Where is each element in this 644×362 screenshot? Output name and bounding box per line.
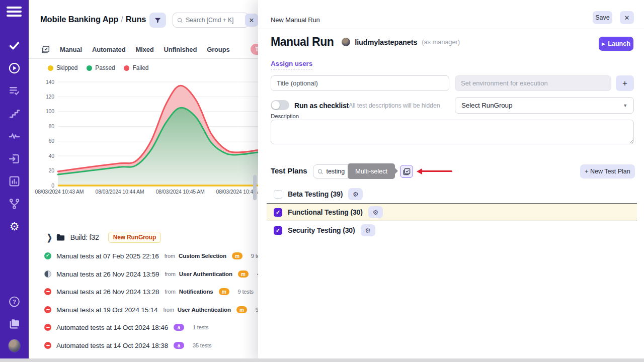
tab-automated[interactable]: Automated [92,46,126,53]
sidebar-play-circle-icon[interactable] [8,62,21,74]
sidebar-help-icon[interactable]: ? [8,295,21,308]
legend-dot [48,65,53,71]
description-textarea[interactable] [271,120,634,144]
run-source: User Authentication [179,271,232,277]
new-test-plan-button[interactable]: + New Test Plan [580,164,635,178]
chart-legend: SkippedPassedFailed [48,64,148,71]
plan-checkbox[interactable] [274,208,282,217]
plan-checkbox[interactable] [274,190,282,199]
sidebar-check-icon[interactable] [8,39,21,52]
add-environment-button[interactable]: + [616,75,634,91]
test-plan-row[interactable]: Security Testing (30)⚙ [258,221,644,239]
run-type-badge: m [219,288,229,295]
search-input[interactable] [186,17,244,24]
run-type-badge: a [174,342,184,349]
chevron-right-icon[interactable]: ❯ [47,232,52,242]
svg-text:20: 20 [49,167,55,173]
run-title-input[interactable] [271,75,449,91]
sidebar-activity-icon[interactable] [8,130,21,142]
breadcrumb-project[interactable]: Mobile Banking App [40,15,118,24]
legend-skipped[interactable]: Skipped [48,64,77,71]
run-title[interactable]: Manual tests at 19 Oct 2024 15:14 [56,306,157,314]
rungroup-select-value: Select RunGroup [461,102,512,109]
status-partial-icon [44,270,51,278]
test-plan-row[interactable]: Functional Testing (30)⚙ [267,203,637,221]
run-title[interactable]: Manual tests at 26 Nov 2024 13:59 [56,270,159,278]
rungroup-label[interactable]: Build: f32 [70,233,99,241]
horizontal-scrollbar[interactable] [0,358,644,362]
tab-unfinished[interactable]: Unfinished [164,46,197,53]
svg-text:08/03/2024 10:46 AM: 08/03/2024 10:46 AM [216,189,258,195]
runs-list-icon[interactable] [41,45,50,54]
chevron-down-icon: ▼ [623,103,627,108]
sidebar-settings-gear-icon[interactable]: ⚙ [8,220,21,233]
tab-manual[interactable]: Manual [60,46,82,53]
tab-mixed[interactable]: Mixed [135,46,153,53]
plan-checkbox[interactable] [274,226,282,235]
tab-groups[interactable]: Groups [207,46,229,53]
plan-name[interactable]: Beta Testing (39) [288,190,343,198]
filter-button[interactable] [149,13,166,28]
sidebar-projects-icon[interactable] [8,317,21,330]
new-rungroup-badge[interactable]: New RunGroup [108,232,162,243]
run-type-badge: a [174,324,184,331]
legend-passed[interactable]: Passed [87,64,115,71]
multi-select-button[interactable] [400,165,413,178]
plan-settings-button[interactable]: ⚙ [368,206,383,218]
menu-icon[interactable] [7,7,22,19]
run-title[interactable]: Automated tests at 14 Oct 2024 18:46 [56,324,168,331]
svg-text:140: 140 [46,79,54,85]
search-icon [177,17,183,24]
sidebar-branch-icon[interactable] [8,198,21,210]
sidebar-report-icon[interactable] [8,175,21,188]
run-title[interactable]: Manual tests at 07 Feb 2025 22:16 [56,252,159,260]
plan-name[interactable]: Functional Testing (30) [288,208,363,216]
sidebar-steps-icon[interactable] [8,107,21,120]
search-clear-button[interactable]: ✕ [245,14,258,27]
manager-avatar[interactable] [342,38,350,46]
run-tests-count: 9 tests [238,289,254,295]
run-from-label: from [163,307,174,313]
plan-name[interactable]: Security Testing (30) [288,226,355,234]
modal-title-row: Manual Run liudmylastepanets (as manager… [271,35,460,49]
run-title[interactable]: Automated tests at 14 Oct 2024 18:38 [56,342,168,349]
plan-settings-button[interactable]: ⚙ [361,224,375,236]
environment-input[interactable] [455,75,611,91]
run-source: Custom Selection [179,253,226,259]
sidebar-checklist-icon[interactable] [8,84,21,97]
rungroup-row[interactable]: ❯ Build: f32 New RunGroup [29,230,161,244]
run-title[interactable]: Manual tests at 26 Nov 2024 13:28 [56,288,159,296]
legend-failed[interactable]: Failed [124,64,148,71]
run-from-label: from [165,253,175,259]
run-row[interactable]: Automated tests at 14 Oct 2024 18:46a1 t… [29,321,258,333]
breadcrumb: Mobile Banking App/Runs [40,15,146,24]
search-icon [317,168,323,175]
run-from-label: from [165,289,175,295]
new-run-modal: New Manual Run Save ✕ Manual Run liudmyl… [258,0,644,362]
save-button[interactable]: Save [593,11,612,24]
modal-header: New Manual Run Save ✕ [258,5,644,29]
manager-name[interactable]: liudmylastepanets [355,38,417,46]
run-row[interactable]: Manual tests at 19 Oct 2024 15:14fromUse… [29,304,258,316]
runs-panel: Mobile Banking App/Runs ✕ ManualAutomate… [29,0,258,359]
run-row[interactable]: Manual tests at 07 Feb 2025 22:16fromCus… [29,250,258,262]
run-as-checklist-toggle[interactable] [271,100,289,110]
runs-chart: 02040608010012014008/03/2024 10:43 AM08/… [29,59,258,201]
test-plan-row[interactable]: Beta Testing (39)⚙ [258,185,644,203]
svg-text:100: 100 [46,108,54,114]
run-row[interactable]: Manual tests at 26 Nov 2024 13:28fromNot… [29,286,258,298]
run-type-badge: m [238,270,249,278]
assign-users-link[interactable]: Assign users [271,60,312,69]
trash-tab-badge[interactable]: Tra [251,44,258,55]
vertical-scrollbar[interactable] [253,175,257,200]
sidebar-import-icon[interactable] [8,152,21,165]
run-row[interactable]: Manual tests at 26 Nov 2024 13:59fromUse… [29,268,258,280]
launch-button[interactable]: ▶ Launch [599,37,633,51]
run-row[interactable]: Automated tests at 14 Oct 2024 18:38a35 … [29,339,258,351]
breadcrumb-page[interactable]: Runs [126,15,146,24]
rungroup-select[interactable]: Select RunGroup ▼ [455,97,634,114]
sidebar-user-avatar[interactable] [8,339,21,352]
close-icon[interactable]: ✕ [620,11,634,24]
plan-settings-button[interactable]: ⚙ [348,188,363,200]
annotation-arrow-head [417,168,422,174]
